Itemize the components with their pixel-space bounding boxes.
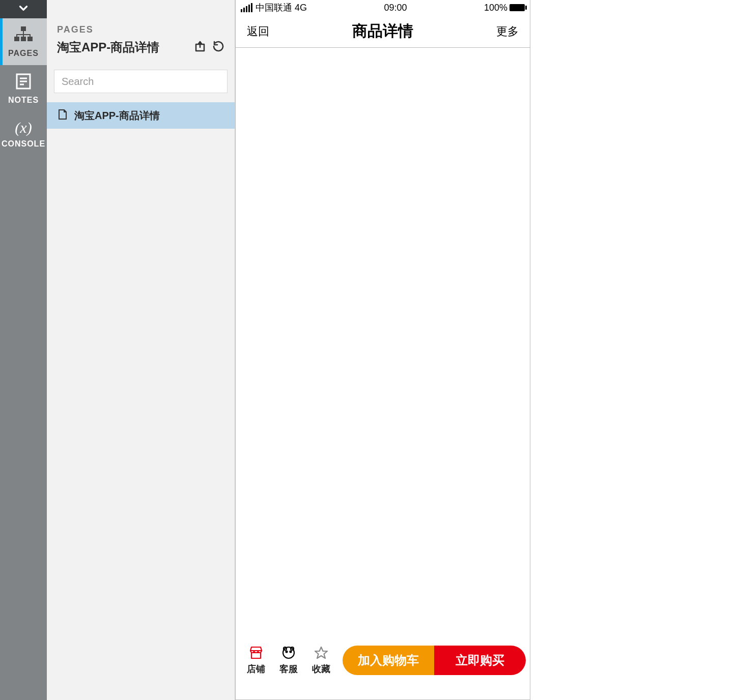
rail-item-console[interactable]: (x) CONSOLE bbox=[0, 112, 47, 156]
device-footer-space bbox=[236, 680, 530, 699]
buy-now-button[interactable]: 立即购买 bbox=[434, 646, 526, 675]
rail-collapse-button[interactable] bbox=[0, 0, 47, 18]
battery-percent: 100% bbox=[484, 3, 507, 13]
page-item[interactable]: 淘宝APP-商品详情 bbox=[47, 102, 235, 129]
device-frame: 中国联通 4G 09:00 100% 返回 商品详情 更多 bbox=[235, 0, 530, 700]
panel-eyebrow: PAGES bbox=[57, 24, 224, 35]
statusbar: 中国联通 4G 09:00 100% bbox=[236, 0, 530, 15]
svg-rect-2 bbox=[21, 37, 26, 41]
signal-icon bbox=[241, 3, 252, 12]
share-button[interactable] bbox=[194, 40, 206, 54]
svg-rect-15 bbox=[251, 653, 261, 658]
service-label: 客服 bbox=[279, 663, 298, 675]
svg-point-18 bbox=[290, 651, 292, 653]
refresh-button[interactable] bbox=[212, 40, 224, 54]
add-to-cart-button[interactable]: 加入购物车 bbox=[343, 646, 434, 675]
svg-rect-7 bbox=[30, 34, 31, 37]
panel-title: 淘宝APP-商品详情 bbox=[57, 39, 159, 55]
service-button[interactable]: 客服 bbox=[272, 646, 305, 675]
shop-button[interactable]: 店铺 bbox=[240, 646, 272, 675]
sitemap-icon bbox=[13, 25, 34, 46]
svg-rect-0 bbox=[21, 26, 26, 31]
more-button[interactable]: 更多 bbox=[496, 24, 519, 39]
svg-point-17 bbox=[286, 651, 288, 653]
panel-header: PAGES 淘宝APP-商品详情 bbox=[47, 0, 235, 61]
chevron-down-icon bbox=[17, 2, 30, 17]
favorite-label: 收藏 bbox=[312, 663, 330, 675]
refresh-icon bbox=[212, 45, 224, 54]
svg-point-16 bbox=[283, 647, 294, 658]
navbar: 返回 商品详情 更多 bbox=[236, 15, 530, 48]
notes-icon bbox=[14, 72, 33, 93]
rail-console-label: CONSOLE bbox=[0, 139, 47, 149]
battery-icon bbox=[509, 4, 525, 11]
rail-pages-label: PAGES bbox=[0, 49, 47, 58]
pages-panel: PAGES 淘宝APP-商品详情 bbox=[47, 0, 235, 700]
search-input[interactable] bbox=[54, 70, 228, 93]
svg-rect-8 bbox=[23, 34, 24, 37]
svg-marker-21 bbox=[315, 647, 327, 658]
carrier-label: 中国联通 4G bbox=[256, 2, 307, 14]
favorite-button[interactable]: 收藏 bbox=[305, 646, 337, 675]
rail-item-pages[interactable]: PAGES bbox=[0, 18, 47, 65]
star-icon bbox=[314, 646, 329, 662]
statusbar-time: 09:00 bbox=[384, 3, 407, 13]
back-button[interactable]: 返回 bbox=[247, 24, 269, 39]
nav-title: 商品详情 bbox=[352, 21, 413, 42]
share-icon bbox=[194, 45, 206, 54]
search-container bbox=[47, 61, 235, 102]
shop-icon bbox=[248, 646, 264, 662]
page-list: 淘宝APP-商品详情 bbox=[47, 102, 235, 129]
svg-rect-1 bbox=[14, 37, 19, 41]
page-icon bbox=[58, 109, 67, 123]
canvas: 中国联通 4G 09:00 100% 返回 商品详情 更多 bbox=[235, 0, 736, 700]
shop-label: 店铺 bbox=[247, 663, 265, 675]
svg-rect-3 bbox=[27, 37, 33, 41]
rail-notes-label: NOTES bbox=[0, 96, 47, 105]
page-item-label: 淘宝APP-商品详情 bbox=[74, 109, 160, 123]
svg-rect-6 bbox=[16, 34, 17, 37]
bottombar: 店铺 客服 bbox=[236, 640, 530, 680]
svg-rect-4 bbox=[23, 31, 24, 34]
left-rail: PAGES NOTES (x) CONSOLE bbox=[0, 0, 47, 700]
service-icon bbox=[281, 646, 296, 662]
variable-icon: (x) bbox=[15, 119, 32, 136]
rail-item-notes[interactable]: NOTES bbox=[0, 65, 47, 112]
device-body bbox=[236, 48, 530, 640]
